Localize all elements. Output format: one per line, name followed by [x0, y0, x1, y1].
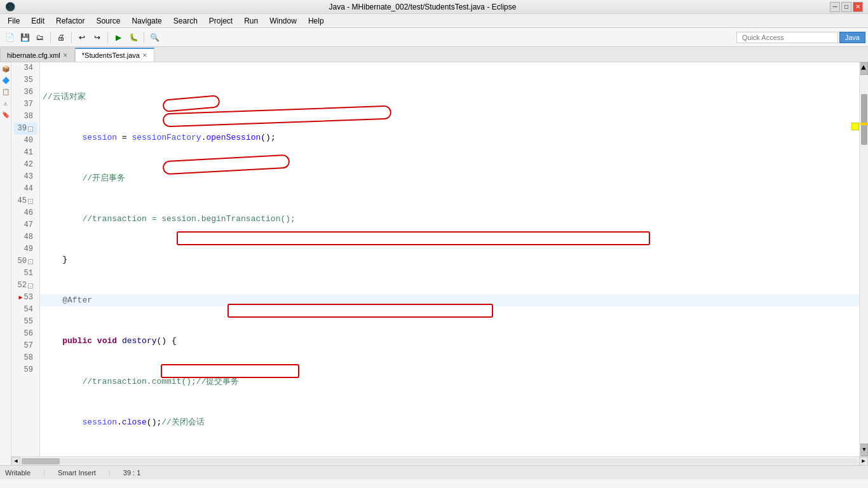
- code-line-37: //transaction = session.beginTransaction…: [40, 213, 859, 225]
- save-all-button[interactable]: 🗂: [33, 30, 47, 44]
- print-button[interactable]: 🖨: [54, 30, 68, 44]
- separator-2: [71, 32, 72, 43]
- bookmark-icon[interactable]: 🔖: [1, 111, 10, 119]
- scroll-thumb[interactable]: [861, 94, 867, 145]
- tab-hibernate-cfg[interactable]: hibernate.cfg.xml ✕: [0, 48, 75, 62]
- code-wrapper: //云话对家 session = sessionFactory.openSess…: [40, 62, 859, 456]
- scroll-track[interactable]: [22, 458, 858, 464]
- editor-container: 34 35 36 37 38 39- 40 41 42 43 44 45- 46…: [11, 62, 868, 465]
- line-num-45: 45-: [14, 195, 37, 207]
- maximize-button[interactable]: □: [841, 2, 851, 12]
- code-line-36: //开启事务: [40, 172, 859, 184]
- code-line-40: public void destory() {: [40, 335, 859, 347]
- separator-3: [107, 32, 108, 43]
- left-gutter: 📦 🔷 📋 ⚠ 🔖: [0, 62, 11, 465]
- menu-run[interactable]: Run: [239, 15, 263, 27]
- save-button[interactable]: 💾: [18, 30, 32, 44]
- code-line-34: //云话对家: [40, 91, 859, 103]
- new-button[interactable]: 📄: [3, 30, 17, 44]
- package-explorer-icon[interactable]: 📦: [1, 65, 10, 74]
- debug-button[interactable]: 🐛: [126, 30, 140, 44]
- menu-file[interactable]: File: [3, 15, 25, 27]
- line-num-35: 35: [14, 74, 37, 86]
- separator-4: [144, 32, 144, 43]
- h-scroll-thumb[interactable]: [22, 458, 60, 464]
- collapse-marker-52[interactable]: -: [28, 283, 33, 288]
- menu-source[interactable]: Source: [91, 15, 125, 27]
- code-content[interactable]: //云话对家 session = sessionFactory.openSess…: [40, 62, 859, 456]
- tab-hibernate-label: hibernate.cfg.xml: [7, 51, 60, 59]
- menu-search[interactable]: Search: [168, 15, 203, 27]
- close-button[interactable]: ✕: [853, 2, 863, 12]
- problems-icon[interactable]: ⚠: [1, 99, 10, 108]
- hierarchy-icon[interactable]: 🔷: [1, 76, 10, 85]
- line-num-43: 43: [14, 171, 37, 183]
- line-num-41: 41: [14, 147, 37, 159]
- outline-icon[interactable]: 📋: [1, 88, 10, 97]
- title-bar: 🌑 Java - MHibernate_002/test/StudentsTes…: [0, 0, 868, 14]
- tab-hibernate-close[interactable]: ✕: [63, 52, 68, 58]
- code-line-39: @After: [40, 294, 859, 306]
- menu-navigate[interactable]: Navigate: [126, 15, 166, 27]
- eclipse-icon: 🌑: [5, 2, 15, 11]
- code-line-35: session = sessionFactory.openSession();: [40, 132, 859, 144]
- line-num-39: 39-: [14, 123, 37, 135]
- scroll-up-btn[interactable]: ▲: [860, 62, 868, 75]
- status-writable: Writable: [5, 469, 31, 477]
- line-num-38: 38: [14, 111, 37, 123]
- line-num-53: ▶53: [14, 292, 37, 304]
- editor-tabs: hibernate.cfg.xml ✕ *StudentsTest.java ✕: [0, 47, 868, 62]
- menu-help[interactable]: Help: [303, 15, 329, 27]
- line-num-52: 52-: [14, 280, 37, 292]
- separator-1: [50, 32, 51, 43]
- toolbar: 📄 💾 🗂 🖨 ↩ ↪ ▶ 🐛 🔍 Java: [0, 28, 868, 47]
- line-num-47: 47: [14, 219, 37, 231]
- menu-refactor[interactable]: Refactor: [51, 15, 90, 27]
- horizontal-scrollbar[interactable]: ◀ ▶: [11, 456, 868, 465]
- tab-students-close[interactable]: ✕: [142, 52, 147, 58]
- code-line-41: //transaction.commit();//提交事务: [40, 376, 859, 388]
- line-num-48: 48: [14, 231, 37, 243]
- code-editor[interactable]: 34 35 36 37 38 39- 40 41 42 43 44 45- 46…: [11, 62, 868, 456]
- error-marker-53: ▶: [19, 292, 23, 304]
- code-line-42: session.close();//关闭会话: [40, 416, 859, 428]
- menu-window[interactable]: Window: [264, 15, 302, 27]
- line-num-54: 54: [14, 304, 37, 316]
- status-insert-mode: Smart Insert: [58, 469, 96, 477]
- menu-project[interactable]: Project: [204, 15, 238, 27]
- run-button[interactable]: ▶: [111, 30, 125, 44]
- right-marker-39: [851, 123, 859, 130]
- line-num-37: 37: [14, 98, 37, 111]
- code-line-38: }: [40, 254, 859, 266]
- status-position: 39 : 1: [123, 469, 141, 477]
- quick-access-input[interactable]: [736, 32, 838, 43]
- collapse-marker-39[interactable]: -: [28, 126, 33, 132]
- line-num-55: 55: [14, 316, 37, 328]
- scroll-right-btn[interactable]: ▶: [859, 457, 868, 466]
- collapse-marker-50[interactable]: -: [28, 259, 33, 264]
- window-controls[interactable]: ─ □ ✕: [830, 2, 863, 12]
- line-num-42: 42: [14, 159, 37, 171]
- line-num-40: 40: [14, 135, 37, 147]
- line-num-46: 46: [14, 207, 37, 219]
- search-toolbar-button[interactable]: 🔍: [147, 30, 161, 44]
- tab-students-test[interactable]: *StudentsTest.java ✕: [75, 48, 154, 62]
- line-num-56: 56: [14, 328, 37, 340]
- line-numbers: 34 35 36 37 38 39- 40 41 42 43 44 45- 46…: [11, 62, 40, 456]
- tab-students-label: *StudentsTest.java: [82, 51, 140, 59]
- scroll-left-btn[interactable]: ◀: [11, 457, 20, 466]
- title-bar-left: 🌑: [5, 2, 15, 11]
- line-num-57: 57: [14, 340, 37, 352]
- java-perspective-button[interactable]: Java: [839, 32, 865, 43]
- line-num-44: 44: [14, 183, 37, 195]
- undo-button[interactable]: ↩: [75, 30, 89, 44]
- line-num-51: 51: [14, 268, 37, 280]
- scroll-down-btn[interactable]: ▼: [860, 444, 868, 456]
- collapse-marker-45[interactable]: -: [28, 199, 33, 204]
- redo-button[interactable]: ↪: [90, 30, 104, 44]
- line-num-36: 36: [14, 86, 37, 98]
- minimize-button[interactable]: ─: [830, 2, 840, 12]
- menu-bar: File Edit Refactor Source Navigate Searc…: [0, 14, 868, 28]
- menu-edit[interactable]: Edit: [26, 15, 50, 27]
- vertical-scrollbar[interactable]: ▲ ▼: [859, 62, 868, 456]
